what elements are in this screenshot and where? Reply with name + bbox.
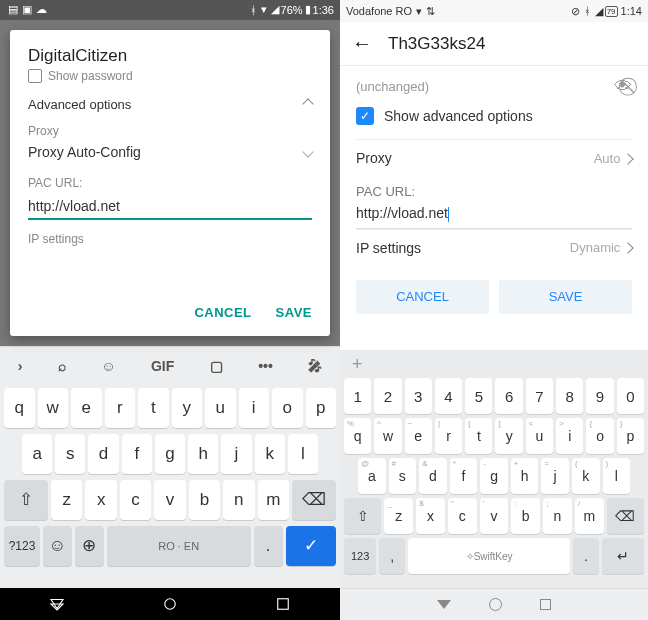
enter-key[interactable]: ↵ [602, 538, 644, 574]
key-b[interactable]: :b [511, 498, 540, 534]
key-t[interactable]: [t [465, 418, 492, 454]
key-c[interactable]: c [120, 480, 151, 520]
visibility-off-icon[interactable]: 👁︎⃠ [614, 76, 632, 97]
key-e[interactable]: e [71, 388, 102, 428]
save-button[interactable]: SAVE [276, 305, 312, 320]
key-g[interactable]: g [155, 434, 185, 474]
keyboard-right[interactable]: + 1234567890 %q^w~e|r[t]y<u>i{o}p @a#s&d… [340, 350, 648, 588]
period-key[interactable]: . [573, 538, 599, 574]
mic-icon[interactable]: 🎤︎ [308, 358, 322, 374]
key-p[interactable]: }p [617, 418, 644, 454]
key-u[interactable]: u [205, 388, 236, 428]
key-4[interactable]: 4 [435, 378, 462, 414]
back-nav-icon[interactable] [437, 600, 451, 609]
key-e[interactable]: ~e [405, 418, 432, 454]
checkbox-checked-icon[interactable]: ✓ [356, 107, 374, 125]
pac-url-input[interactable] [28, 194, 312, 220]
key-n[interactable]: n [223, 480, 254, 520]
key-u[interactable]: <u [526, 418, 553, 454]
key-3[interactable]: 3 [405, 378, 432, 414]
plus-row[interactable]: + [344, 354, 644, 376]
key-a[interactable]: @a [358, 458, 386, 494]
advanced-options-row[interactable]: Advanced options [28, 97, 312, 112]
key-j[interactable]: j [221, 434, 251, 474]
key-h[interactable]: +h [511, 458, 539, 494]
key-m[interactable]: m [258, 480, 289, 520]
key-7[interactable]: 7 [526, 378, 553, 414]
comma-key[interactable]: , [379, 538, 405, 574]
key-5[interactable]: 5 [465, 378, 492, 414]
cancel-button[interactable]: CANCEL [194, 305, 251, 320]
key-8[interactable]: 8 [556, 378, 583, 414]
key-r[interactable]: r [105, 388, 136, 428]
sticker-icon[interactable]: ☺ [101, 358, 115, 374]
save-button[interactable]: SAVE [499, 280, 632, 314]
key-w[interactable]: w [38, 388, 69, 428]
shift-key[interactable]: ⇧ [4, 480, 48, 520]
key-2[interactable]: 2 [374, 378, 401, 414]
key-v[interactable]: 'v [480, 498, 509, 534]
proxy-select[interactable]: Proxy Auto-Config [28, 144, 312, 160]
key-1[interactable]: 1 [344, 378, 371, 414]
key-k[interactable]: (k [572, 458, 600, 494]
key-j[interactable]: =j [541, 458, 569, 494]
key-s[interactable]: s [55, 434, 85, 474]
recents-nav-icon[interactable] [540, 599, 551, 610]
key-p[interactable]: p [306, 388, 337, 428]
key-t[interactable]: t [138, 388, 169, 428]
key-v[interactable]: v [154, 480, 185, 520]
show-advanced-row[interactable]: ✓ Show advanced options [356, 107, 632, 125]
space-key[interactable]: RO · EN [107, 526, 251, 566]
key-y[interactable]: ]y [495, 418, 522, 454]
home-nav-icon[interactable] [161, 595, 179, 613]
key-f[interactable]: *f [450, 458, 478, 494]
backspace-key[interactable]: ⌫ [292, 480, 336, 520]
key-z[interactable]: _z [384, 498, 413, 534]
enter-key[interactable]: ✓ [286, 526, 336, 566]
key-z[interactable]: z [51, 480, 82, 520]
key-f[interactable]: f [122, 434, 152, 474]
back-icon[interactable]: ← [352, 32, 372, 55]
gif-button[interactable]: GIF [151, 358, 174, 374]
key-b[interactable]: b [189, 480, 220, 520]
key-a[interactable]: a [22, 434, 52, 474]
shift-key[interactable]: ⇧ [344, 498, 381, 534]
key-o[interactable]: o [272, 388, 303, 428]
key-d[interactable]: &d [419, 458, 447, 494]
key-d[interactable]: d [88, 434, 118, 474]
key-0[interactable]: 0 [617, 378, 644, 414]
symbols-key[interactable]: 123 [344, 538, 376, 574]
space-key[interactable]: ✧ SwiftKey [408, 538, 570, 574]
symbols-key[interactable]: ?123 [4, 526, 40, 566]
key-i[interactable]: >i [556, 418, 583, 454]
key-q[interactable]: %q [344, 418, 371, 454]
search-icon[interactable]: ⌕ [58, 358, 66, 374]
key-l[interactable]: l [288, 434, 318, 474]
pac-url-input[interactable]: http://vload.net [356, 203, 632, 229]
key-w[interactable]: ^w [374, 418, 401, 454]
key-9[interactable]: 9 [586, 378, 613, 414]
key-o[interactable]: {o [586, 418, 613, 454]
key-y[interactable]: y [172, 388, 203, 428]
key-k[interactable]: k [255, 434, 285, 474]
proxy-row[interactable]: Proxy Auto [356, 139, 632, 176]
clipboard-icon[interactable]: ▢ [210, 358, 223, 374]
password-row[interactable]: (unchanged) 👁︎⃠ [356, 76, 632, 97]
period-key[interactable]: . [254, 526, 283, 566]
key-x[interactable]: x [85, 480, 116, 520]
key-l[interactable]: )l [603, 458, 631, 494]
key-i[interactable]: i [239, 388, 270, 428]
key-r[interactable]: |r [435, 418, 462, 454]
nav-icon[interactable]: › [18, 358, 23, 374]
emoji-key[interactable]: ☺ [43, 526, 72, 566]
home-nav-icon[interactable] [489, 598, 502, 611]
more-icon[interactable]: ••• [258, 358, 273, 374]
key-x[interactable]: $x [416, 498, 445, 534]
key-s[interactable]: #s [389, 458, 417, 494]
key-6[interactable]: 6 [495, 378, 522, 414]
backspace-key[interactable]: ⌫ [607, 498, 644, 534]
cancel-button[interactable]: CANCEL [356, 280, 489, 314]
back-nav-icon[interactable] [48, 595, 66, 613]
keyboard-left[interactable]: › ⌕ ☺ GIF ▢ ••• 🎤︎ qwertyuiop asdfghjkl … [0, 346, 340, 588]
checkbox-icon[interactable] [28, 69, 42, 83]
